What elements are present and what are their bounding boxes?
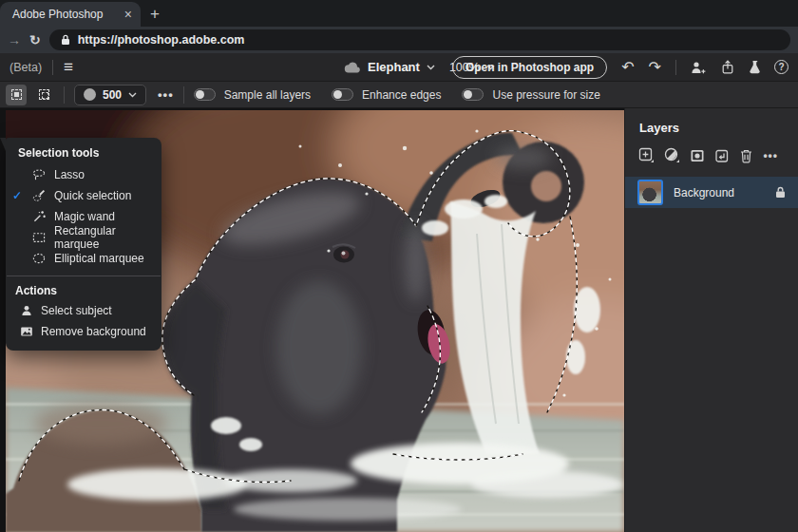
adjustment-layer-icon[interactable]: [664, 147, 680, 163]
layers-panel: Layers: [624, 108, 798, 532]
check-icon: ✓: [6, 189, 28, 202]
chevron-down-icon: [128, 92, 137, 98]
quick-selection-icon: [28, 189, 49, 202]
brush-size-value: 500: [103, 88, 122, 102]
use-pressure-toggle[interactable]: Use pressure for size: [462, 88, 599, 102]
sample-all-layers-toggle[interactable]: Sample all layers: [194, 88, 311, 102]
new-selection-mode-button[interactable]: [6, 85, 27, 105]
action-item-select-subject[interactable]: Select subject: [6, 300, 162, 321]
forward-arrow-icon[interactable]: →: [8, 32, 21, 48]
layer-row-background[interactable]: Background: [625, 177, 798, 208]
divider: [64, 86, 65, 104]
browser-tab[interactable]: Adobe Photoshop ×: [0, 2, 141, 27]
rectangular-marquee-icon: [28, 231, 49, 244]
elliptical-marquee-icon: [28, 252, 49, 265]
subtract-selection-mode-button[interactable]: [33, 85, 54, 105]
help-icon[interactable]: ?: [774, 60, 788, 74]
tool-item-rectangular-marquee[interactable]: Rectangular marquee: [6, 227, 162, 248]
flask-icon[interactable]: [749, 60, 760, 74]
lasso-icon: [28, 168, 49, 181]
selection-tools-title: Selection tools: [6, 138, 162, 164]
toggle-track[interactable]: [194, 88, 216, 101]
tab-title: Adobe Photoshop: [12, 8, 103, 21]
selection-tools-popup: Selection tools Lasso ✓: [6, 138, 162, 351]
action-item-remove-background[interactable]: Remove background: [6, 321, 162, 342]
canvas-area[interactable]: Selection tools Lasso ✓: [0, 108, 624, 532]
magic-wand-icon: [28, 210, 49, 223]
new-tab-button[interactable]: +: [141, 2, 169, 27]
remove-background-icon: [17, 325, 36, 338]
layer-lock-icon[interactable]: [775, 186, 786, 199]
brush-preview-icon: [84, 88, 96, 101]
subtract-selection-icon: [39, 89, 49, 100]
browser-tab-strip: Adobe Photoshop × +: [0, 0, 798, 27]
reload-icon[interactable]: ↻: [29, 32, 41, 48]
app-header: (Beta) ≡ Elephant 100% Open in Photoshop…: [0, 53, 798, 82]
tool-item-lasso[interactable]: Lasso: [6, 164, 162, 185]
select-subject-icon: [17, 304, 36, 317]
layers-more-icon[interactable]: •••: [763, 149, 778, 162]
divider: [183, 86, 184, 104]
undo-icon[interactable]: ↶: [621, 60, 634, 75]
hamburger-menu-icon[interactable]: ≡: [64, 59, 73, 75]
divider: [52, 60, 53, 75]
duplicate-layer-icon[interactable]: [714, 148, 730, 163]
enhance-edges-toggle[interactable]: Enhance edges: [332, 88, 441, 102]
more-options-icon[interactable]: •••: [158, 87, 174, 102]
share-icon[interactable]: [721, 60, 734, 74]
url-text: https://photoshop.adobe.com: [78, 33, 245, 47]
open-in-photoshop-button[interactable]: Open in Photoshop app: [452, 56, 607, 79]
layer-thumbnail[interactable]: [637, 180, 663, 205]
lock-icon: [61, 34, 70, 46]
add-selection-icon: [11, 89, 22, 100]
delete-layer-icon[interactable]: [739, 148, 753, 163]
tool-item-elliptical-marquee[interactable]: Elliptical marquee: [6, 248, 162, 269]
invite-user-icon[interactable]: [691, 61, 707, 74]
layer-mask-icon[interactable]: [690, 148, 705, 163]
tool-options-bar: 500 ••• Sample all layers Enhance edges …: [0, 82, 798, 108]
toggle-track[interactable]: [332, 88, 353, 101]
browser-toolbar: → ↻ https://photoshop.adobe.com: [0, 27, 798, 53]
actions-title: Actions: [6, 276, 162, 300]
add-layer-icon[interactable]: [638, 147, 655, 163]
divider: [675, 60, 676, 75]
screen: Adobe Photoshop × + → ↻ https://photosho…: [0, 0, 798, 532]
tool-item-quick-selection[interactable]: ✓ Quick selection: [6, 185, 162, 206]
document-name[interactable]: Elephant: [368, 60, 420, 74]
beta-label: (Beta): [10, 61, 42, 74]
redo-icon[interactable]: ↷: [649, 60, 661, 75]
tab-close-icon[interactable]: ×: [124, 8, 132, 21]
chevron-down-icon[interactable]: [427, 65, 435, 70]
url-bar[interactable]: https://photoshop.adobe.com: [49, 29, 790, 50]
cloud-icon: [344, 62, 361, 73]
toggle-track[interactable]: [462, 88, 484, 101]
layers-title: Layers: [625, 108, 798, 135]
brush-size-dropdown[interactable]: 500: [74, 85, 146, 105]
